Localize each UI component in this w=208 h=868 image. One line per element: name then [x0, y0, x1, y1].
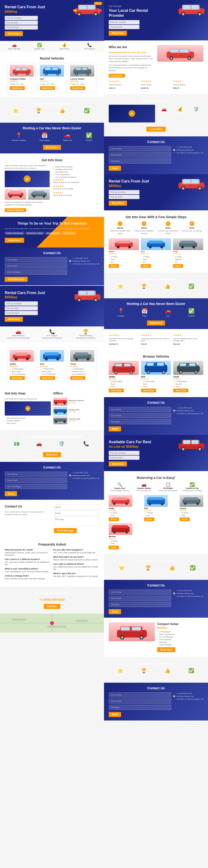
thumb-book-2[interactable]: Book: [141, 264, 151, 268]
contact-msg-2[interactable]: [5, 484, 67, 489]
thumb-book-3[interactable]: Book: [173, 264, 183, 268]
sat-f-item: ✅Verified: [188, 668, 195, 676]
contact-name-input[interactable]: [5, 257, 67, 262]
cr4-send[interactable]: Send: [109, 712, 121, 717]
contact-name-2[interactable]: [5, 472, 67, 477]
attractions-list: Golden Gate Bridge Fisherman's Wharf Alc…: [5, 231, 99, 235]
cr2-email[interactable]: [109, 413, 171, 418]
star-rating: ★★★★★: [53, 179, 98, 181]
cr3-msg[interactable]: [109, 602, 171, 607]
contact-address: 123 Main St, San Francisco, CA: [72, 263, 99, 265]
contact-email-input[interactable]: [5, 263, 67, 269]
svg-point-106: [128, 246, 131, 248]
play-button[interactable]: ▶: [24, 176, 31, 183]
cr4-msg[interactable]: [109, 705, 171, 710]
why-features-col: 🚗 Wide Selection 💰 Best Rates 🛡️ Insured: [157, 105, 203, 118]
browse-book-1[interactable]: Book Now: [109, 389, 124, 393]
attraction-item: Alcatraz Island: [46, 231, 60, 235]
cr4-name[interactable]: [109, 692, 171, 698]
learn-more-things-button[interactable]: Learn More: [5, 238, 24, 243]
cr4-title: Contact Us: [109, 686, 203, 690]
cr1-name[interactable]: [109, 146, 171, 151]
pickup-location-input[interactable]: [5, 16, 38, 20]
book-sedan-button[interactable]: Book Now: [10, 376, 25, 380]
feature-label: Wide Selection: [7, 48, 22, 50]
cr2-msg[interactable]: [109, 419, 171, 424]
svg-point-162: [125, 531, 128, 533]
lowest-rates-cta[interactable]: Book Now: [43, 452, 61, 457]
right-date-input[interactable]: [109, 25, 140, 29]
pickup2-input[interactable]: [5, 301, 38, 306]
contact-full-name[interactable]: [54, 504, 99, 509]
avail-date[interactable]: [109, 456, 140, 460]
avail-book[interactable]: Book Now: [109, 461, 127, 466]
contact-full-send[interactable]: Send Message: [54, 528, 77, 533]
cr1-send[interactable]: Send: [109, 166, 121, 171]
why-learn-more-button[interactable]: Learn More: [146, 127, 166, 132]
contact-message-input[interactable]: [5, 270, 67, 275]
browse-book-2[interactable]: Book Now: [141, 389, 156, 393]
vehicle-name: SUV: [40, 363, 64, 365]
cr3-email[interactable]: [109, 596, 171, 601]
available-cars-hero: Available Cars For Rent As Low as $55/Da…: [104, 435, 208, 471]
book-vehicle-button[interactable]: Book Now: [70, 86, 85, 90]
dropoff2-date-input[interactable]: [5, 311, 38, 315]
why-play-icon[interactable]: ▶: [128, 110, 135, 117]
thumb-book-1[interactable]: Book: [109, 264, 119, 268]
avail-loc[interactable]: [109, 451, 140, 455]
dropoff-date-input[interactable]: [5, 25, 38, 30]
hr2-book[interactable]: Book Now: [109, 201, 127, 206]
get-gear-video[interactable]: ▶: [5, 401, 51, 415]
browse-vehicles-button[interactable]: Browse Vehicles: [5, 208, 26, 212]
browse-book-3[interactable]: Book Now: [173, 389, 188, 393]
book-now-button-1[interactable]: Book Now: [5, 31, 23, 36]
avail-book-3[interactable]: Book: [180, 518, 190, 521]
book-vehicle-button[interactable]: Book Now: [10, 86, 25, 90]
contact-full-message[interactable]: [54, 517, 99, 526]
svg-point-33: [87, 73, 89, 75]
book-now-button-2[interactable]: Book Now: [5, 317, 23, 322]
contact-send-button[interactable]: Send Message: [5, 277, 28, 282]
renting-section: Renting a Car Has Never Been Easier 📍 Ch…: [0, 123, 104, 153]
renting-step: ✅Confirm: [188, 308, 195, 317]
hero-right-title: Your Local Car Rental Provider: [109, 8, 156, 18]
avail-book-1[interactable]: Book: [109, 518, 119, 521]
pickup-date-input[interactable]: [5, 21, 38, 25]
svg-point-5: [78, 13, 80, 16]
play-icon[interactable]: ▶: [25, 406, 30, 411]
lowest-rates-section: Lowest Rates & Highest Quality Rentals 💵…: [0, 430, 104, 462]
book-truck-button[interactable]: Book Now: [70, 376, 85, 380]
svg-point-86: [199, 13, 201, 16]
contact-email-2[interactable]: [5, 478, 67, 483]
contact-send-2[interactable]: Send: [5, 491, 17, 496]
cr2-send[interactable]: Send: [109, 427, 121, 431]
cr3-send[interactable]: Send: [109, 609, 121, 614]
rate-feature: 💵 Best Price: [12, 441, 21, 448]
right-book-button[interactable]: Book Now: [109, 31, 127, 36]
cr4-email[interactable]: [109, 699, 171, 704]
why-video[interactable]: ▶: [109, 105, 155, 122]
contact-full-email[interactable]: [54, 510, 99, 516]
sedan-book-button[interactable]: Book Now: [157, 647, 175, 652]
avail-book-4[interactable]: Book: [109, 546, 119, 549]
avail-title: Available Cars For Rent: [109, 440, 156, 445]
renting-right-cta[interactable]: Book Now: [147, 320, 165, 326]
cr1-email[interactable]: [109, 152, 171, 157]
get-into-gear-video[interactable]: ▶: [5, 171, 50, 187]
vehicle-name: Compact Sedan: [10, 78, 34, 80]
cr1-msg[interactable]: [109, 158, 171, 163]
hr2-date[interactable]: [109, 195, 140, 199]
hr2-loc[interactable]: [109, 190, 140, 194]
book-suv-button[interactable]: Book Now: [40, 376, 55, 380]
book-now-button-renting[interactable]: Book Now: [43, 145, 61, 150]
call-now-button[interactable]: Call Now: [44, 604, 60, 609]
right-pickup-input[interactable]: [109, 20, 140, 24]
who-learn-more-button[interactable]: Learn More: [109, 74, 125, 78]
cr2-name[interactable]: [109, 407, 171, 412]
pickup2-date-input[interactable]: [5, 306, 38, 310]
avail-book-2[interactable]: Book: [144, 518, 154, 521]
sat2-item: ✅Verified: [190, 565, 196, 573]
cr3-name[interactable]: [109, 590, 171, 595]
book-vehicle-button[interactable]: Book Now: [40, 86, 55, 90]
svg-point-66: [55, 411, 57, 414]
